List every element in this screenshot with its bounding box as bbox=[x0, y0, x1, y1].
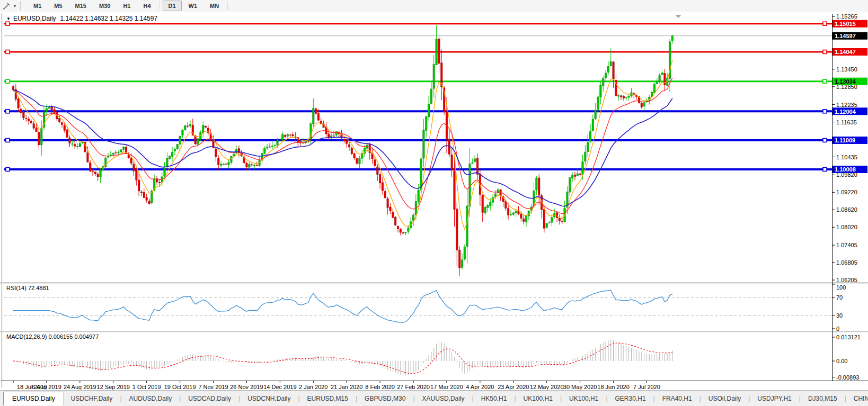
tab-ger30-h1[interactable]: GER30,H1 bbox=[608, 392, 653, 405]
tab-usdcad-daily[interactable]: USDCAD,Daily bbox=[181, 392, 238, 405]
tab-usdcnh-daily[interactable]: USDCNH,Daily bbox=[241, 392, 297, 405]
svg-text:12 May 2020: 12 May 2020 bbox=[530, 384, 564, 390]
svg-text:1.06205: 1.06205 bbox=[836, 277, 857, 283]
tab-hk50-h1[interactable]: HK50,H1 bbox=[474, 392, 514, 405]
tab-usdjpy-h1[interactable]: USDJPY,H1 bbox=[750, 392, 798, 405]
tab-fra40-h1[interactable]: FRA40,H1 bbox=[656, 392, 699, 405]
svg-text:1.15015: 1.15015 bbox=[835, 21, 856, 27]
toolbar: ▼ M1M5M15M30H1H4D1W1MN bbox=[0, 0, 868, 12]
timeframe-button-w1[interactable]: W1 bbox=[183, 1, 203, 11]
timeframe-button-mn[interactable]: MN bbox=[204, 1, 225, 11]
svg-text:21 Jan 2020: 21 Jan 2020 bbox=[331, 384, 363, 390]
svg-text:1.10435: 1.10435 bbox=[836, 154, 857, 160]
tab-usoil-daily[interactable]: USOil,Daily bbox=[702, 392, 748, 405]
svg-text:1.12004: 1.12004 bbox=[835, 109, 856, 115]
svg-text:1.12235: 1.12235 bbox=[836, 102, 857, 108]
timeframe-button-m1[interactable]: M1 bbox=[28, 1, 47, 11]
svg-text:12 Sep 2019: 12 Sep 2019 bbox=[97, 384, 130, 390]
tab-eurusd-m15[interactable]: EURUSD,M15 bbox=[300, 392, 355, 405]
svg-text:0.00: 0.00 bbox=[836, 358, 847, 364]
svg-text:70: 70 bbox=[836, 294, 843, 301]
timeframe-button-h1[interactable]: H1 bbox=[117, 1, 136, 11]
svg-text:2 Jan 2020: 2 Jan 2020 bbox=[299, 384, 327, 390]
price-label-1.15015[interactable]: 1.15015 bbox=[832, 20, 867, 28]
chart-tab-bar: EURUSD,DailyUSDCHF,Daily|AUDUSD,Daily|US… bbox=[0, 390, 868, 406]
svg-text:1.13034: 1.13034 bbox=[835, 78, 856, 85]
collapse-triangle-icon[interactable]: ▼ bbox=[6, 16, 11, 21]
chart-title: ▼EURUSD,Daily1.14422 1.14632 1.14325 1.1… bbox=[6, 15, 157, 22]
svg-text:1.08620: 1.08620 bbox=[836, 206, 857, 213]
svg-text:-0.00893: -0.00893 bbox=[836, 374, 859, 381]
svg-text:1.10008: 1.10008 bbox=[835, 166, 856, 173]
svg-text:7 Nov 2019: 7 Nov 2019 bbox=[198, 384, 228, 390]
tab-eurusd-daily[interactable]: EURUSD,Daily bbox=[3, 392, 64, 405]
svg-text:1.08020: 1.08020 bbox=[836, 224, 857, 230]
svg-text:14 Dec 2019: 14 Dec 2019 bbox=[263, 384, 296, 390]
svg-text:1.13450: 1.13450 bbox=[836, 66, 857, 73]
price-label-1.11009[interactable]: 1.11009 bbox=[832, 137, 867, 144]
timeframe-button-h4[interactable]: H4 bbox=[137, 1, 156, 11]
svg-text:26 Nov 2019: 26 Nov 2019 bbox=[230, 384, 263, 390]
timeframe-button-d1[interactable]: D1 bbox=[163, 1, 182, 11]
svg-text:1.14597: 1.14597 bbox=[835, 33, 856, 39]
svg-text:0.013121: 0.013121 bbox=[836, 334, 861, 340]
svg-text:27 Feb 2020: 27 Feb 2020 bbox=[397, 384, 430, 390]
svg-text:1.06805: 1.06805 bbox=[836, 259, 857, 266]
tab-china300-h4[interactable]: CHINA300,H4 bbox=[847, 392, 868, 405]
crosshair-glyph bbox=[3, 2, 11, 10]
tab-audusd-daily[interactable]: AUDUSD,Daily bbox=[122, 392, 179, 405]
svg-text:4 Apr 2020: 4 Apr 2020 bbox=[466, 384, 494, 390]
chart-symbol-label: EURUSD,Daily bbox=[13, 15, 56, 22]
svg-text:8 Feb 2020: 8 Feb 2020 bbox=[365, 384, 395, 390]
macd-label: MACD(12,26,9) 0.006155 0.004977 bbox=[6, 333, 99, 340]
price-label-1.12004[interactable]: 1.12004 bbox=[832, 107, 867, 115]
svg-text:1.14047: 1.14047 bbox=[835, 49, 856, 55]
tab-dj30-m15[interactable]: DJ30,M15 bbox=[801, 392, 844, 405]
svg-text:19 Oct 2019: 19 Oct 2019 bbox=[164, 384, 196, 390]
svg-text:0: 0 bbox=[836, 326, 839, 332]
price-label-1.14047[interactable]: 1.14047 bbox=[832, 48, 867, 56]
svg-text:1.11009: 1.11009 bbox=[835, 137, 855, 143]
timeframe-button-m30[interactable]: M30 bbox=[93, 1, 116, 11]
svg-text:18 Jun 2020: 18 Jun 2020 bbox=[597, 384, 630, 390]
tab-uk100-h1[interactable]: UK100,H1 bbox=[517, 392, 560, 405]
tool-dropdown-caret-icon[interactable]: ▼ bbox=[12, 4, 18, 8]
toolbar-gripper bbox=[20, 2, 24, 10]
timeframe-button-m15[interactable]: M15 bbox=[69, 1, 92, 11]
chart-ohlc-values: 1.14422 1.14632 1.14325 1.14597 bbox=[60, 15, 158, 22]
current-price-label[interactable]: 1.14597 bbox=[832, 32, 867, 40]
toolbar-separator bbox=[160, 2, 160, 10]
tab-gbpusd-m30[interactable]: GBPUSD,M30 bbox=[358, 392, 412, 405]
timeframe-buttons: M1M5M15M30H1H4D1W1MN bbox=[27, 1, 230, 11]
svg-text:17 Mar 2020: 17 Mar 2020 bbox=[430, 384, 463, 390]
chart-window: 1.152651.134501.128501.122351.116351.104… bbox=[0, 12, 868, 390]
svg-text:1.11635: 1.11635 bbox=[836, 119, 857, 125]
terminal-screen: ▼ M1M5M15M30H1H4D1W1MN 1.152651.134501.1… bbox=[0, 0, 868, 406]
tab-uk100-h1[interactable]: UK100,H1 bbox=[562, 392, 605, 405]
toolbar-separator bbox=[227, 2, 228, 10]
price-chart-svg[interactable]: 1.152651.134501.128501.122351.116351.104… bbox=[0, 12, 868, 390]
tab-xauusd-daily[interactable]: XAUUSD,Daily bbox=[415, 392, 472, 405]
svg-text:6 Aug 2019: 6 Aug 2019 bbox=[32, 384, 61, 390]
svg-text:1.15265: 1.15265 bbox=[836, 13, 857, 20]
svg-text:24 Aug 2019: 24 Aug 2019 bbox=[64, 384, 96, 390]
svg-text:7 Jul 2020: 7 Jul 2020 bbox=[633, 384, 660, 390]
crosshair-tool-icon[interactable] bbox=[1, 1, 12, 11]
svg-text:23 Apr 2020: 23 Apr 2020 bbox=[498, 384, 529, 390]
svg-text:1 Oct 2019: 1 Oct 2019 bbox=[132, 384, 161, 390]
price-label-1.13034[interactable]: 1.13034 bbox=[832, 78, 867, 85]
svg-text:30: 30 bbox=[836, 312, 843, 319]
svg-text:100: 100 bbox=[836, 284, 846, 291]
rsi-label: RSI(14) 72.4881 bbox=[6, 285, 49, 291]
tab-usdchf-daily[interactable]: USDCHF,Daily bbox=[64, 392, 120, 405]
price-label-1.10008[interactable]: 1.10008 bbox=[832, 166, 867, 173]
svg-text:30 May 2020: 30 May 2020 bbox=[563, 384, 597, 390]
timeframe-button-m5[interactable]: M5 bbox=[48, 1, 68, 11]
svg-text:1.07405: 1.07405 bbox=[836, 242, 857, 248]
svg-text:1.09220: 1.09220 bbox=[836, 189, 857, 195]
